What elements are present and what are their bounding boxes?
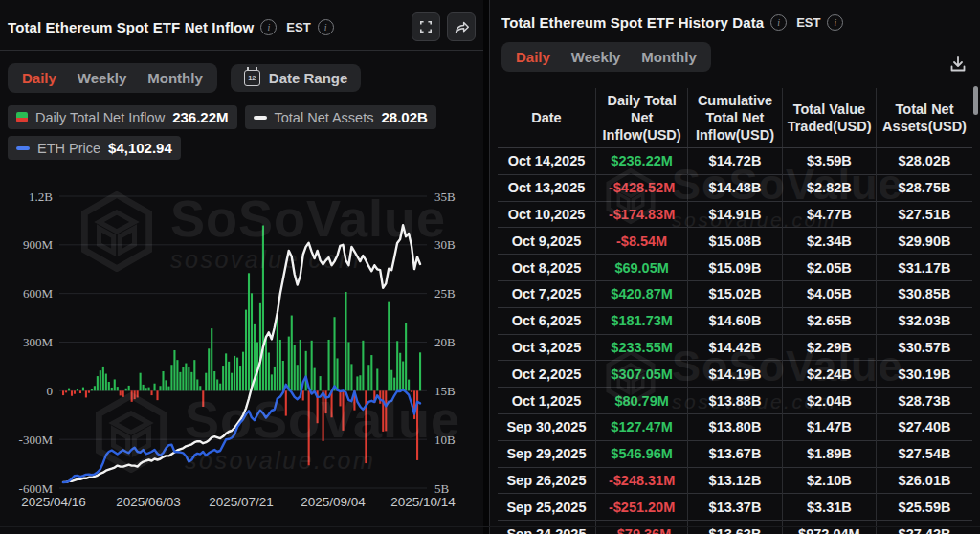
svg-text:20B: 20B <box>434 335 456 349</box>
period-tabs: Daily Weekly Monthly <box>501 42 711 72</box>
legend-item-eth-price[interactable]: ETH Price $4,102.94 <box>8 136 181 160</box>
table-row[interactable]: Sep 26,2025-$248.31M$13.12B$2.10B$26.01B <box>498 467 972 494</box>
col-header-cumulative-inflow: Cumulative Total Net Inflow(USD) <box>688 88 782 148</box>
cell-value: $13.37B <box>688 494 782 521</box>
tab-weekly[interactable]: Weekly <box>571 49 620 65</box>
table-row[interactable]: Oct 13,2025-$428.52M$14.48B$2.82B$28.75B <box>498 174 972 201</box>
tab-monthly[interactable]: Monthly <box>147 70 203 86</box>
table-row[interactable]: Sep 25,2025-$251.20M$13.37B$3.31B$25.59B <box>498 494 972 521</box>
svg-text:2025/09/04: 2025/09/04 <box>301 495 366 509</box>
col-header-daily-inflow: Daily Total Net Inflow(USD) <box>595 88 687 148</box>
bar-series-icon <box>16 112 28 122</box>
tab-weekly[interactable]: Weekly <box>78 70 126 86</box>
cell-value: $69.05M <box>595 255 687 281</box>
cell-value: $25.59B <box>877 494 972 521</box>
cell-value: $13.67B <box>688 440 782 467</box>
table-row[interactable]: Oct 14,2025$236.22M$14.72B$3.59B$28.02B <box>498 148 972 175</box>
table-row[interactable]: Oct 6,2025$181.73M$14.60B$2.65B$32.03B <box>498 307 972 334</box>
info-icon[interactable] <box>827 14 843 31</box>
table-row[interactable]: Oct 8,2025$69.05M$15.09B$2.05B$31.17B <box>498 255 972 281</box>
timezone-label: EST <box>286 20 310 34</box>
cell-value: $15.09B <box>688 255 782 281</box>
table-row[interactable]: Oct 3,2025$233.55M$14.42B$2.29B$30.57B <box>498 334 972 361</box>
cell-value: $14.48B <box>688 174 782 201</box>
bottom-edge <box>0 526 980 527</box>
legend-item-inflow[interactable]: Daily Total Net Inflow 236.22M <box>8 105 237 129</box>
table-row[interactable]: Oct 1,2025$80.79M$13.88B$2.04B$28.73B <box>498 388 972 414</box>
table-row[interactable]: Oct 9,2025-$8.54M$15.08B$2.34B$29.90B <box>498 228 972 255</box>
legend-value: 236.22M <box>172 109 228 125</box>
svg-text:1.2B: 1.2B <box>29 189 53 204</box>
cell-date: Oct 3,2025 <box>498 334 595 361</box>
history-table-body: Oct 14,2025$236.22M$14.72B$3.59B$28.02BO… <box>498 148 972 534</box>
inflow-chart[interactable]: 1.2B35B900M30B600M25B300M20B015B-300M10B… <box>0 170 483 534</box>
table-scrollbar[interactable] <box>973 86 978 115</box>
calendar-icon: 12 <box>244 70 260 86</box>
download-button[interactable] <box>946 52 970 77</box>
combo-chart-canvas[interactable]: 1.2B35B900M30B600M25B300M20B015B-300M10B… <box>0 170 483 534</box>
net-inflow-panel: Total Ethereum Spot ETF Net Inflow EST <box>0 0 483 534</box>
legend-item-assets[interactable]: Total Net Assets 28.02B <box>245 105 436 129</box>
table-row[interactable]: Oct 10,2025-$174.83M$14.91B$4.77B$27.51B <box>498 201 972 228</box>
cell-value: $27.40B <box>877 413 972 440</box>
cell-value: $4.05B <box>782 280 876 307</box>
cell-value: $14.42B <box>688 334 782 361</box>
svg-text:0: 0 <box>47 384 54 398</box>
tab-daily[interactable]: Daily <box>516 49 550 65</box>
fullscreen-button[interactable] <box>412 12 440 41</box>
cell-value: $27.54B <box>877 440 972 467</box>
fullscreen-icon <box>418 19 434 34</box>
cell-value: -$174.83M <box>595 201 687 228</box>
legend-value: $4,102.94 <box>108 140 172 156</box>
share-icon <box>454 19 470 35</box>
info-icon[interactable] <box>770 14 787 31</box>
timezone-label: EST <box>796 15 820 30</box>
info-icon[interactable] <box>260 19 277 35</box>
cell-date: Sep 26,2025 <box>498 467 595 494</box>
cell-value: $27.51B <box>877 201 972 228</box>
cell-value: $181.73M <box>595 307 687 334</box>
svg-text:15B: 15B <box>434 384 456 398</box>
cell-value: $2.24B <box>782 361 876 388</box>
cell-value: $233.55M <box>595 334 687 361</box>
table-row[interactable]: Sep 29,2025$546.96M$13.67B$1.89B$27.54B <box>498 440 972 467</box>
tab-monthly[interactable]: Monthly <box>641 49 697 65</box>
svg-text:35B: 35B <box>434 189 456 204</box>
cell-value: $1.47B <box>782 413 876 440</box>
cell-value: $14.91B <box>688 201 782 228</box>
cell-value: $236.22M <box>595 148 687 175</box>
info-icon[interactable] <box>318 19 334 35</box>
date-range-button[interactable]: 12 Date Range <box>231 64 362 92</box>
share-button[interactable] <box>447 12 476 41</box>
history-table: Date Daily Total Net Inflow(USD) Cumulat… <box>498 88 972 534</box>
col-header-net-assets: Total Net Assets(USD) <box>877 88 972 148</box>
table-row[interactable]: Oct 2,2025$307.05M$14.19B$2.24B$30.19B <box>498 361 972 388</box>
page-title: Total Ethereum Spot ETF History Data <box>501 14 764 31</box>
svg-text:30B: 30B <box>434 237 456 252</box>
cell-value: $546.96M <box>595 440 687 467</box>
cell-value: $28.73B <box>877 388 972 414</box>
etf-dashboard: Total Ethereum Spot ETF Net Inflow EST <box>0 0 980 534</box>
blue-line-icon <box>16 146 30 150</box>
svg-text:2025/06/03: 2025/06/03 <box>116 495 181 509</box>
cell-value: $15.08B <box>688 228 782 255</box>
table-row[interactable]: Oct 7,2025$420.87M$15.02B$4.05B$30.85B <box>498 280 972 307</box>
cell-value: -$248.31M <box>595 467 687 494</box>
table-row[interactable]: Sep 30,2025$127.47M$13.80B$1.47B$27.40B <box>498 413 972 440</box>
tab-daily[interactable]: Daily <box>22 70 56 86</box>
cell-value: $28.02B <box>877 148 972 175</box>
cell-date: Oct 9,2025 <box>498 228 595 255</box>
cell-value: $30.19B <box>877 361 972 388</box>
svg-text:25B: 25B <box>434 286 456 300</box>
svg-text:600M: 600M <box>23 286 54 300</box>
cell-value: $32.03B <box>877 307 972 334</box>
chart-legend: Daily Total Net Inflow 236.22M Total Net… <box>8 105 476 160</box>
cell-value: $127.47M <box>595 413 687 440</box>
cell-value: $15.02B <box>688 280 782 307</box>
cell-date: Sep 25,2025 <box>498 494 595 521</box>
svg-text:300M: 300M <box>23 335 54 349</box>
legend-label: Daily Total Net Inflow <box>35 110 165 125</box>
svg-text:-300M: -300M <box>19 433 54 447</box>
cell-date: Oct 1,2025 <box>498 388 595 414</box>
header-divider <box>0 50 483 51</box>
